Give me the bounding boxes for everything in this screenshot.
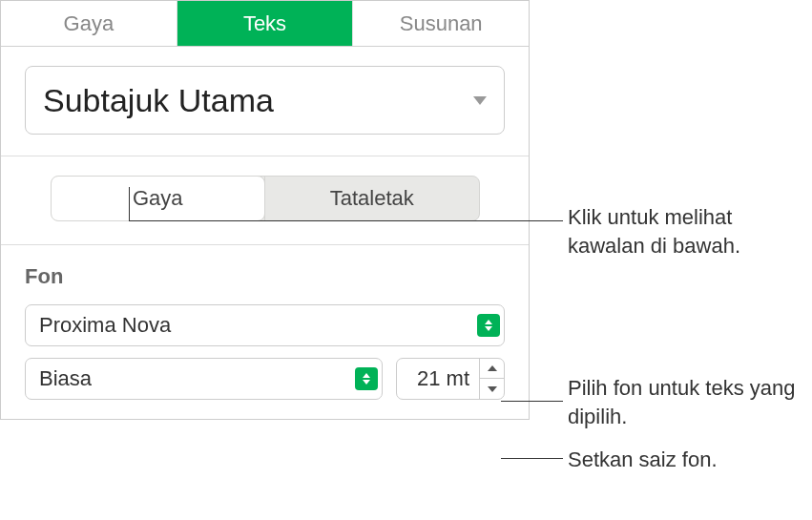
chevron-down-icon bbox=[473, 96, 487, 105]
callout-controls: Klik untuk melihat kawalan di bawah. bbox=[568, 203, 812, 260]
font-family-dropdown[interactable]: Proxima Nova bbox=[25, 304, 505, 346]
tab-style[interactable]: Gaya bbox=[1, 1, 177, 46]
font-family-value: Proxima Nova bbox=[39, 313, 171, 338]
top-tabs: Gaya Teks Susunan bbox=[1, 1, 529, 47]
callout-leader bbox=[129, 220, 563, 221]
tab-text[interactable]: Teks bbox=[177, 1, 354, 46]
chevron-up-icon bbox=[488, 365, 497, 371]
font-section-label: Fon bbox=[25, 264, 505, 289]
font-size-control bbox=[396, 358, 505, 400]
style-layout-segment: Gaya Tataletak bbox=[51, 176, 480, 221]
divider bbox=[1, 244, 529, 245]
callout-leader bbox=[501, 458, 563, 459]
paragraph-style-label: Subtajuk Utama bbox=[43, 82, 274, 119]
callout-leader bbox=[501, 401, 563, 402]
font-size-stepper bbox=[479, 358, 504, 400]
segment-layout[interactable]: Tataletak bbox=[265, 177, 479, 220]
updown-icon bbox=[355, 367, 378, 390]
font-weight-dropdown[interactable]: Biasa bbox=[25, 358, 383, 400]
stepper-down[interactable] bbox=[480, 379, 504, 400]
callout-font-family: Pilih fon untuk teks yang dipilih. bbox=[568, 374, 812, 430]
chevron-down-icon bbox=[488, 386, 497, 392]
callout-leader bbox=[129, 187, 130, 220]
paragraph-style-dropdown[interactable]: Subtajuk Utama bbox=[25, 66, 505, 135]
font-size-input[interactable] bbox=[397, 366, 479, 391]
callout-font-size: Setkan saiz fon. bbox=[568, 446, 718, 474]
stepper-up[interactable] bbox=[480, 358, 504, 379]
updown-icon bbox=[477, 314, 500, 337]
tab-arrange[interactable]: Susunan bbox=[353, 1, 529, 46]
divider bbox=[1, 156, 529, 156]
segment-style[interactable]: Gaya bbox=[51, 176, 266, 221]
format-inspector-panel: Gaya Teks Susunan Subtajuk Utama Gaya Ta… bbox=[0, 0, 530, 420]
font-weight-value: Biasa bbox=[39, 366, 92, 391]
annotations: Klik untuk melihat kawalan di bawah. Pil… bbox=[530, 0, 812, 520]
